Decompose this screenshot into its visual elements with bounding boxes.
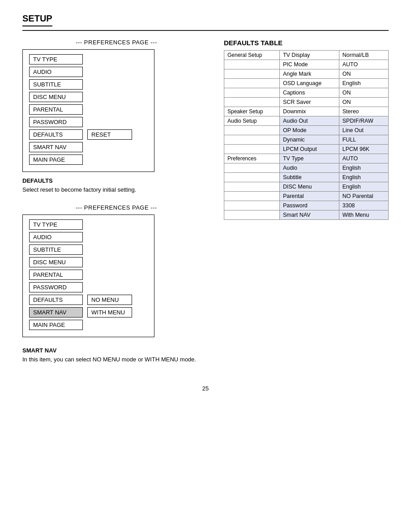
table-cell-feature: OP Mode — [279, 126, 339, 135]
parental-btn[interactable]: PARENTAL — [29, 104, 83, 115]
table-cell-section — [224, 88, 280, 98]
pref2-item-subtitle: SUBTITLE — [29, 245, 148, 255]
table-cell-section — [224, 182, 280, 192]
table-row: OP ModeLine Out — [224, 126, 389, 135]
pref2-item-defaults: DEFAULTS NO MENU — [29, 295, 148, 305]
table-cell-section — [224, 69, 280, 79]
table-cell-value: LPCM 96K — [339, 145, 388, 154]
audio-btn[interactable]: AUDIO — [29, 67, 83, 77]
password2-btn[interactable]: PASSWORD — [29, 282, 83, 292]
bottom-pref-box: TV TYPE AUDIO SUBTITLE DISC MENU PARENTA… — [22, 215, 154, 337]
table-cell-section — [224, 201, 280, 210]
table-cell-value: English — [339, 182, 388, 192]
password-btn[interactable]: PASSWORD — [29, 117, 83, 127]
table-cell-value: 3308 — [339, 201, 388, 210]
pref2-item-tvtype: TV TYPE — [29, 219, 148, 230]
audio2-btn[interactable]: AUDIO — [29, 232, 83, 242]
table-cell-feature: Downmix — [279, 107, 339, 116]
table-cell-feature: SCR Saver — [279, 98, 339, 107]
mainpage2-btn[interactable]: MAIN PAGE — [29, 320, 83, 330]
pref2-item-audio: AUDIO — [29, 232, 148, 242]
right-column: DEFAULTS TABLE General SetupTV DisplayNo… — [224, 39, 389, 220]
table-cell-section — [224, 79, 280, 88]
table-cell-value: ON — [339, 69, 388, 79]
table-cell-feature: TV Type — [279, 154, 339, 163]
pref2-item-discmenu: DISC MENU — [29, 257, 148, 267]
table-cell-value: English — [339, 79, 388, 88]
nomenu-btn[interactable]: NO MENU — [87, 295, 132, 305]
top-pref-section: --- PREFERENCES PAGE --- TV TYPE AUDIO S… — [22, 39, 210, 177]
table-cell-section — [224, 192, 280, 201]
table-cell-value: AUTO — [339, 154, 388, 163]
table-cell-feature: Captions — [279, 88, 339, 98]
discmenu2-btn[interactable]: DISC MENU — [29, 257, 83, 267]
bottom-pref-label: --- PREFERENCES PAGE --- — [22, 204, 210, 211]
tvtype2-btn[interactable]: TV TYPE — [29, 219, 83, 230]
table-cell-feature: Parental — [279, 192, 339, 201]
table-cell-section — [224, 135, 280, 145]
pref-item-subtitle: SUBTITLE — [29, 79, 148, 90]
table-row: Audio SetupAudio OutSPDIF/RAW — [224, 116, 389, 126]
subtitle-btn[interactable]: SUBTITLE — [29, 79, 83, 90]
table-row: Smart NAVWith Menu — [224, 210, 389, 220]
table-row: Speaker SetupDownmixStereo — [224, 107, 389, 116]
pref2-item-mainpage: MAIN PAGE — [29, 320, 148, 330]
smartnav2-btn[interactable]: SMART NAV — [29, 307, 83, 317]
table-row: DISC MenuEnglish — [224, 182, 389, 192]
table-cell-feature: Dynamic — [279, 135, 339, 145]
table-row: PIC ModeAUTO — [224, 60, 389, 69]
table-row: DynamicFULL — [224, 135, 389, 145]
table-row: OSD LanguageEnglish — [224, 79, 389, 88]
table-cell-feature: DISC Menu — [279, 182, 339, 192]
table-cell-value: NO Parental — [339, 192, 388, 201]
table-cell-value: English — [339, 163, 388, 173]
tvtype-btn[interactable]: TV TYPE — [29, 54, 83, 64]
discmenu-btn[interactable]: DISC MENU — [29, 92, 83, 102]
subtitle2-btn[interactable]: SUBTITLE — [29, 245, 83, 255]
table-cell-feature: Smart NAV — [279, 210, 339, 220]
table-cell-value: FULL — [339, 135, 388, 145]
table-cell-section — [224, 163, 280, 173]
pref2-item-password: PASSWORD — [29, 282, 148, 292]
top-pref-box: TV TYPE AUDIO SUBTITLE DISC MENU PARENTA… — [22, 49, 154, 172]
table-cell-feature: OSD Language — [279, 79, 339, 88]
parental2-btn[interactable]: PARENTAL — [29, 270, 83, 280]
table-row: General SetupTV DisplayNormal/LB — [224, 51, 389, 60]
table-cell-feature: PIC Mode — [279, 60, 339, 69]
table-row: Password3308 — [224, 201, 389, 210]
defaults-btn[interactable]: DEFAULTS — [29, 129, 83, 140]
table-cell-value: SPDIF/RAW — [339, 116, 388, 126]
table-cell-value: ON — [339, 98, 388, 107]
smartnav-btn[interactable]: SMART NAV — [29, 142, 83, 152]
table-cell-section — [224, 145, 280, 154]
table-cell-value: Line Out — [339, 126, 388, 135]
table-row: SubtitleEnglish — [224, 173, 389, 182]
table-row: CaptionsON — [224, 88, 389, 98]
table-cell-section — [224, 126, 280, 135]
table-cell-section: Preferences — [224, 154, 280, 163]
table-row: SCR SaverON — [224, 98, 389, 107]
table-cell-feature: LPCM Output — [279, 145, 339, 154]
withmenu-btn[interactable]: WITH MENU — [87, 307, 132, 317]
table-cell-feature: Audio Out — [279, 116, 339, 126]
pref2-item-smartnav: SMART NAV WITH MENU — [29, 307, 148, 317]
table-cell-section — [224, 60, 280, 69]
table-row: PreferencesTV TypeAUTO — [224, 154, 389, 163]
pref-item-defaults: DEFAULTS RESET — [29, 129, 148, 140]
table-cell-feature: Angle Mark — [279, 69, 339, 79]
mainpage-btn[interactable]: MAIN PAGE — [29, 154, 83, 165]
defaults-desc-title: DEFAULTS — [22, 177, 210, 184]
table-row: AudioEnglish — [224, 163, 389, 173]
reset-btn[interactable]: RESET — [87, 129, 132, 140]
table-cell-feature: Audio — [279, 163, 339, 173]
pref-item-discmenu: DISC MENU — [29, 92, 148, 102]
smartnav-desc-title: SMART NAV — [22, 347, 210, 354]
pref2-item-parental: PARENTAL — [29, 270, 148, 280]
pref-item-tvtype: TV TYPE — [29, 54, 148, 64]
pref-item-parental: PARENTAL — [29, 104, 148, 115]
smartnav-desc-text: In this item, you can select NO MENU mod… — [22, 355, 210, 364]
pref-item-smartnav: SMART NAV — [29, 142, 148, 152]
table-cell-value: Normal/LB — [339, 51, 388, 60]
defaults2-btn[interactable]: DEFAULTS — [29, 295, 83, 305]
page-number: 25 — [22, 385, 389, 392]
